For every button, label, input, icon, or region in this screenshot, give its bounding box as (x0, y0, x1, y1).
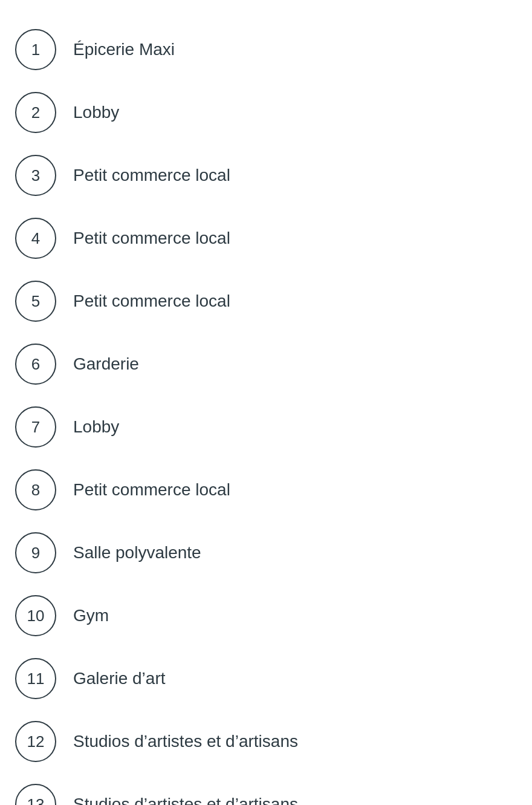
number-circle: 2 (15, 92, 56, 133)
item-label: Studios d’artistes et d’artisans (73, 794, 298, 805)
list-item: 4Petit commerce local (15, 207, 517, 270)
item-label: Petit commerce local (73, 228, 230, 249)
number-circle: 11 (15, 658, 56, 699)
number-circle: 3 (15, 155, 56, 196)
item-label: Lobby (73, 102, 119, 123)
item-label: Studios d’artistes et d’artisans (73, 731, 298, 752)
list-item: 7Lobby (15, 396, 517, 458)
list-item: 11Galerie d’art (15, 647, 517, 710)
item-label: Salle polyvalente (73, 543, 201, 563)
list-item: 9Salle polyvalente (15, 521, 517, 584)
number-circle: 9 (15, 532, 56, 573)
item-label: Lobby (73, 417, 119, 437)
number-circle: 8 (15, 469, 56, 510)
number-circle: 6 (15, 344, 56, 385)
list-item: 8Petit commerce local (15, 458, 517, 521)
number-circle: 4 (15, 218, 56, 259)
item-label: Petit commerce local (73, 291, 230, 311)
list-item: 6Garderie (15, 333, 517, 396)
number-circle: 5 (15, 281, 56, 322)
numbered-list: 1Épicerie Maxi2Lobby3Petit commerce loca… (15, 18, 517, 805)
item-label: Gym (73, 605, 109, 626)
item-label: Épicerie Maxi (73, 39, 175, 60)
item-label: Garderie (73, 354, 139, 374)
list-item: 12Studios d’artistes et d’artisans (15, 710, 517, 773)
number-circle: 12 (15, 721, 56, 762)
list-item: 3Petit commerce local (15, 144, 517, 207)
list-item: 2Lobby (15, 81, 517, 144)
item-label: Petit commerce local (73, 480, 230, 500)
number-circle: 10 (15, 595, 56, 636)
list-item: 5Petit commerce local (15, 270, 517, 333)
list-item: 13Studios d’artistes et d’artisans (15, 773, 517, 805)
item-label: Galerie d’art (73, 668, 166, 689)
item-label: Petit commerce local (73, 165, 230, 186)
list-item: 10Gym (15, 584, 517, 647)
number-circle: 1 (15, 29, 56, 70)
number-circle: 7 (15, 406, 56, 448)
list-item: 1Épicerie Maxi (15, 18, 517, 81)
number-circle: 13 (15, 784, 56, 805)
